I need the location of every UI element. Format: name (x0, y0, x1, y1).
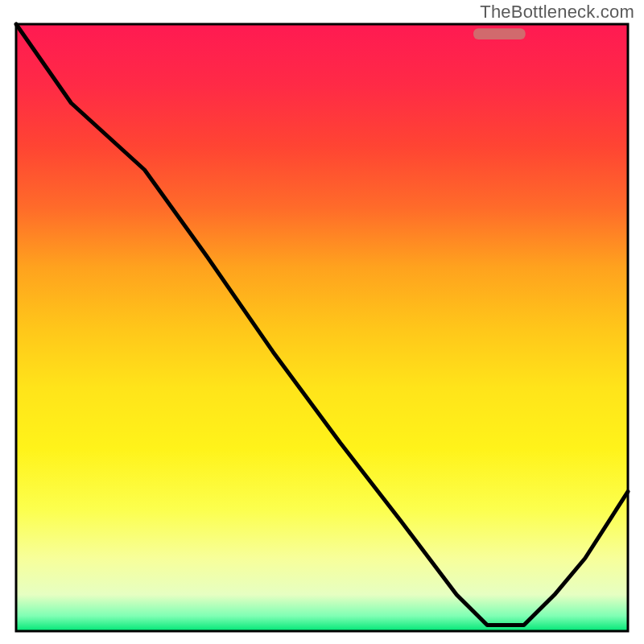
plot-background (16, 24, 628, 631)
marker-pill (473, 28, 526, 39)
chart-stage: TheBottleneck.com (0, 0, 644, 644)
attribution-label: TheBottleneck.com (480, 2, 634, 23)
chart-svg (0, 0, 644, 644)
